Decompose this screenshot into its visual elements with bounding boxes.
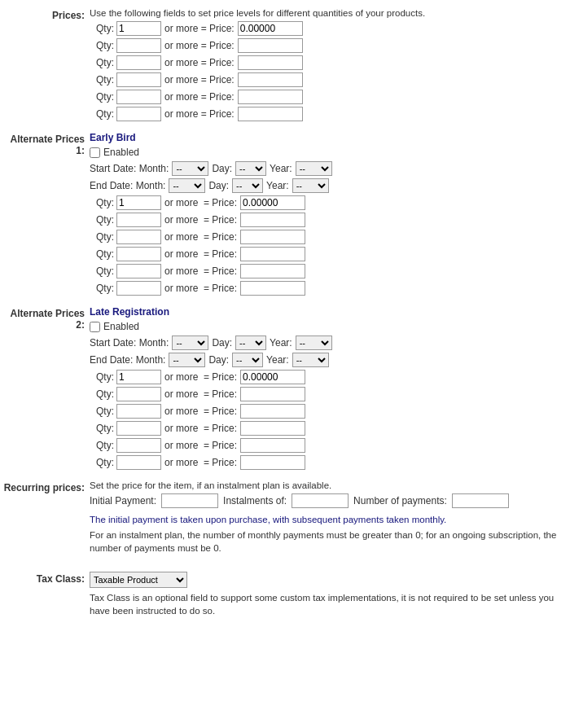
price-input-5[interactable]: [238, 90, 303, 104]
start-year-label-1: Year:: [270, 163, 292, 174]
start-year-label-2: Year:: [270, 337, 292, 349]
alt2-price-input-3[interactable]: [240, 404, 305, 419]
price-input-2[interactable]: [238, 38, 303, 53]
alt1-qty-label-1: Qty:: [90, 197, 114, 208]
end-day-select-1[interactable]: --: [232, 178, 263, 193]
alternate-prices-2-title: Late Registration: [90, 306, 570, 318]
end-month-select-2[interactable]: --: [169, 353, 205, 367]
alt2-qty-label-2: Qty:: [90, 388, 114, 400]
enabled-label-1: Enabled: [103, 147, 139, 158]
price-input-3[interactable]: [238, 55, 303, 70]
alt2-price-input-1[interactable]: [240, 370, 305, 384]
alt1-qty-input-1[interactable]: [116, 195, 161, 210]
alt1-qty-input-4[interactable]: [116, 247, 161, 261]
alt1-qty-input-6[interactable]: [116, 281, 161, 296]
qty-label-1: Qty:: [90, 23, 114, 34]
alt2-price-input-4[interactable]: [240, 421, 305, 436]
price-row-4: Qty: or more = Price:: [90, 72, 570, 87]
alt1-qty-input-2[interactable]: [116, 213, 161, 227]
alternate-prices-1-label: Alternate Prices 1:: [0, 132, 90, 156]
alt1-price-input-4[interactable]: [240, 247, 305, 261]
alt2-qty-label-1: Qty:: [90, 371, 114, 383]
alt1-price-row-2: Qty: or more = Price:: [90, 213, 570, 227]
prices-label: Prices:: [0, 8, 90, 21]
or-more-5: or more = Price:: [164, 91, 235, 103]
alternate-prices-1-section: Alternate Prices 1: Early Bird Enabled S…: [0, 132, 570, 298]
alt1-qty-input-3[interactable]: [116, 230, 161, 244]
enabled-row-2: Enabled: [90, 321, 570, 332]
initial-payment-input[interactable]: [161, 493, 218, 508]
alt1-qty-input-5[interactable]: [116, 264, 161, 278]
alt2-qty-input-6[interactable]: [116, 455, 161, 470]
alt1-qty-label-2: Qty:: [90, 214, 114, 226]
start-month-select-2[interactable]: --: [172, 335, 208, 350]
enabled-checkbox-2[interactable]: [90, 322, 100, 332]
enabled-label-2: Enabled: [103, 321, 139, 332]
alt2-price-input-2[interactable]: [240, 387, 305, 401]
alt2-price-input-6[interactable]: [240, 455, 305, 470]
or-more-1: or more = Price:: [164, 23, 235, 34]
end-month-select-1[interactable]: --: [169, 178, 205, 193]
start-day-select-1[interactable]: --: [235, 161, 266, 176]
alt2-qty-input-4[interactable]: [116, 421, 161, 436]
enabled-row-1: Enabled: [90, 147, 570, 158]
price-row-6: Qty: or more = Price:: [90, 107, 570, 121]
qty-input-1[interactable]: [116, 21, 161, 36]
instalments-input[interactable]: [292, 493, 349, 508]
alt2-qty-input-5[interactable]: [116, 438, 161, 453]
price-input-4[interactable]: [238, 72, 303, 87]
start-day-label-2: Day:: [212, 337, 232, 349]
end-year-label-1: Year:: [266, 180, 289, 191]
end-day-select-2[interactable]: --: [232, 353, 263, 367]
tax-class-note: Tax Class is an optional field to suppor…: [90, 591, 570, 617]
alt1-price-input-5[interactable]: [240, 264, 305, 278]
alt1-price-input-1[interactable]: [240, 195, 305, 210]
enabled-checkbox-1[interactable]: [90, 147, 100, 158]
prices-content: Use the following fields to set price le…: [90, 8, 570, 124]
alt1-or-more-4: or more = Price:: [164, 248, 237, 260]
alt2-qty-input-1[interactable]: [116, 370, 161, 384]
qty-input-3[interactable]: [116, 55, 161, 70]
start-day-select-2[interactable]: --: [235, 335, 266, 350]
alt2-qty-label-3: Qty:: [90, 406, 114, 417]
price-input-6[interactable]: [238, 107, 303, 121]
alt1-qty-label-5: Qty:: [90, 265, 114, 277]
alt1-or-more-5: or more = Price:: [164, 265, 237, 277]
qty-input-4[interactable]: [116, 72, 161, 87]
alt2-or-more-1: or more = Price:: [164, 371, 237, 383]
end-year-select-2[interactable]: --: [292, 353, 329, 367]
tax-class-select[interactable]: Taxable Product None Shipping: [90, 572, 187, 588]
alt2-qty-input-2[interactable]: [116, 387, 161, 401]
alt1-price-row-4: Qty: or more = Price:: [90, 247, 570, 261]
start-year-select-1[interactable]: --: [296, 161, 332, 176]
alt2-price-input-5[interactable]: [240, 438, 305, 453]
alt1-price-input-2[interactable]: [240, 213, 305, 227]
alt2-or-more-2: or more = Price:: [164, 388, 237, 400]
initial-payment-label: Initial Payment:: [90, 495, 156, 507]
end-day-label-2: Day:: [208, 354, 229, 366]
num-payments-input[interactable]: [452, 493, 509, 508]
alternate-prices-1-title: Early Bird: [90, 132, 570, 143]
end-date-row-2: End Date: Month: -- Day: -- Year: --: [90, 353, 570, 367]
start-date-label-1: Start Date: Month:: [90, 163, 169, 174]
alt2-qty-input-3[interactable]: [116, 404, 161, 419]
qty-input-2[interactable]: [116, 38, 161, 53]
alternate-prices-2-section: Alternate Prices 2: Late Registration En…: [0, 306, 570, 472]
start-month-select-1[interactable]: --: [172, 161, 208, 176]
price-input-1[interactable]: [238, 21, 303, 36]
end-day-label-1: Day:: [208, 180, 229, 191]
alt1-price-input-3[interactable]: [240, 230, 305, 244]
end-date-label-2: End Date: Month:: [90, 354, 165, 366]
alt1-price-row-1: Qty: or more = Price:: [90, 195, 570, 210]
alt2-or-more-4: or more = Price:: [164, 423, 237, 434]
qty-input-6[interactable]: [116, 107, 161, 121]
end-year-select-1[interactable]: --: [292, 178, 329, 193]
alt1-qty-label-6: Qty:: [90, 283, 114, 294]
tax-class-label: Tax Class:: [0, 572, 90, 585]
start-year-select-2[interactable]: --: [296, 335, 332, 350]
alt1-price-input-6[interactable]: [240, 281, 305, 296]
alt2-price-row-6: Qty: or more = Price:: [90, 455, 570, 470]
alt2-price-row-4: Qty: or more = Price:: [90, 421, 570, 436]
qty-input-5[interactable]: [116, 90, 161, 104]
alt2-price-row-1: Qty: or more = Price:: [90, 370, 570, 384]
